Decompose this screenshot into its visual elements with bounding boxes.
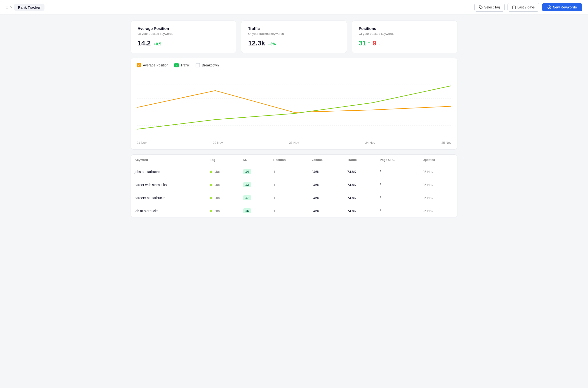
cell-url: / xyxy=(376,165,419,178)
cell-traffic: 74.8K xyxy=(343,204,376,218)
stat-card-average-position: Average Position Of your tracked keyword… xyxy=(130,21,236,53)
breadcrumb: ⌂ > Rank Tracker xyxy=(6,4,45,11)
cell-traffic: 74.8K xyxy=(343,178,376,191)
cell-kd: 16 xyxy=(239,204,270,218)
down-arrow-icon xyxy=(377,39,381,47)
x-label-4: 25 Nov xyxy=(441,141,451,145)
new-keywords-button[interactable]: New Keywords xyxy=(542,3,582,11)
tag-dot-icon xyxy=(210,197,212,199)
x-label-0: 21 Nov xyxy=(137,141,147,145)
cell-url: / xyxy=(376,191,419,204)
tag-label: jobs xyxy=(214,209,220,213)
cell-keyword: job at starbucks xyxy=(131,204,206,218)
select-tag-label: Select Tag xyxy=(484,5,500,9)
cell-position: 1 xyxy=(270,178,308,191)
cell-volume: 246K xyxy=(307,178,343,191)
stat-avg-pos-subtitle: Of your tracked keywords xyxy=(138,32,229,36)
legend-traffic[interactable]: ✓ Traffic xyxy=(174,63,190,67)
cell-traffic: 74.8K xyxy=(343,165,376,178)
cell-updated: 25 Nov xyxy=(419,178,457,191)
cell-url: / xyxy=(376,178,419,191)
cell-volume: 246K xyxy=(307,191,343,204)
page-title: Rank Tracker xyxy=(14,4,45,11)
cell-keyword: careers at starbucks xyxy=(131,191,206,204)
stat-avg-pos-title: Average Position xyxy=(138,26,229,31)
legend-traffic-label: Traffic xyxy=(180,63,190,67)
tag-icon xyxy=(479,5,483,9)
cell-tag: jobs xyxy=(206,165,239,178)
x-label-2: 23 Nov xyxy=(289,141,299,145)
table-header-row: Keyword Tag KD Position Volume Traffic P… xyxy=(131,155,457,165)
select-tag-button[interactable]: Select Tag xyxy=(474,3,505,12)
table-row: career with starbucks jobs 13 1 246K 74.… xyxy=(131,178,457,191)
chart-area xyxy=(137,71,451,139)
tag-label: jobs xyxy=(214,170,220,173)
keywords-table: Keyword Tag KD Position Volume Traffic P… xyxy=(131,155,457,217)
cell-updated: 25 Nov xyxy=(419,165,457,178)
col-kd: KD xyxy=(239,155,270,165)
last-days-label: Last 7 days xyxy=(517,5,535,9)
tag-label: jobs xyxy=(214,196,220,199)
legend-breakdown-label: Breakdown xyxy=(202,63,219,67)
col-position: Position xyxy=(270,155,308,165)
cell-volume: 246K xyxy=(307,165,343,178)
positions-up-value: 31 xyxy=(359,39,371,47)
table-card: Keyword Tag KD Position Volume Traffic P… xyxy=(130,154,458,218)
table-row: jobs at starbucks jobs 14 1 246K 74.8K /… xyxy=(131,165,457,178)
table-row: careers at starbucks jobs 17 1 246K 74.8… xyxy=(131,191,457,204)
breadcrumb-separator: > xyxy=(10,5,12,9)
chart-x-labels: 21 Nov 22 Nov 23 Nov 24 Nov 25 Nov xyxy=(137,139,451,145)
tag-label: jobs xyxy=(214,183,220,187)
main-content: Average Position Of your tracked keyword… xyxy=(125,15,463,223)
col-tag: Tag xyxy=(206,155,239,165)
cell-position: 1 xyxy=(270,165,308,178)
svg-rect-1 xyxy=(512,6,515,9)
chart-legend: ✓ Average Position ✓ Traffic Breakdown xyxy=(137,63,451,67)
positions-values-row: 31 9 xyxy=(359,39,450,47)
avg-pos-line xyxy=(137,91,451,112)
legend-avg-position[interactable]: ✓ Average Position xyxy=(137,63,169,67)
cell-kd: 13 xyxy=(239,178,270,191)
stats-row: Average Position Of your tracked keyword… xyxy=(130,21,458,53)
stat-traffic-value: 12.3k xyxy=(248,39,265,47)
stat-traffic-title: Traffic xyxy=(248,26,340,31)
home-icon[interactable]: ⌂ xyxy=(6,5,8,9)
traffic-line xyxy=(137,86,451,129)
avg-pos-checkbox: ✓ xyxy=(137,63,141,67)
stat-traffic-change: +3% xyxy=(268,42,276,46)
kd-badge: 13 xyxy=(243,182,251,187)
tag-dot-icon xyxy=(210,210,212,212)
header-actions: Select Tag Last 7 days New Keywords xyxy=(474,3,582,12)
stat-card-traffic: Traffic Of your tracked keywords 12.3k +… xyxy=(241,21,347,53)
cell-position: 1 xyxy=(270,204,308,218)
cell-position: 1 xyxy=(270,191,308,204)
x-label-1: 22 Nov xyxy=(213,141,223,145)
cell-updated: 25 Nov xyxy=(419,191,457,204)
up-arrow-icon xyxy=(367,39,371,47)
col-keyword: Keyword xyxy=(131,155,206,165)
col-traffic: Traffic xyxy=(343,155,376,165)
tag-dot-icon xyxy=(210,184,212,186)
cell-tag: jobs xyxy=(206,191,239,204)
col-updated: Updated xyxy=(419,155,457,165)
table-row: job at starbucks jobs 16 1 246K 74.8K / … xyxy=(131,204,457,218)
calendar-icon xyxy=(512,5,516,9)
header: ⌂ > Rank Tracker Select Tag Last 7 days xyxy=(0,0,588,15)
chart-card: ✓ Average Position ✓ Traffic Breakdown xyxy=(130,58,458,149)
stat-positions-title: Positions xyxy=(359,26,450,31)
positions-down-value: 9 xyxy=(373,39,381,47)
table-body: jobs at starbucks jobs 14 1 246K 74.8K /… xyxy=(131,165,457,218)
legend-breakdown[interactable]: Breakdown xyxy=(196,63,219,67)
col-volume: Volume xyxy=(307,155,343,165)
stat-card-positions: Positions Of your tracked keywords 31 9 xyxy=(352,21,458,53)
x-label-3: 24 Nov xyxy=(365,141,375,145)
cell-kd: 14 xyxy=(239,165,270,178)
cell-updated: 25 Nov xyxy=(419,204,457,218)
legend-avg-pos-label: Average Position xyxy=(143,63,169,67)
col-page-url: Page URL xyxy=(376,155,419,165)
cell-url: / xyxy=(376,204,419,218)
cell-tag: jobs xyxy=(206,178,239,191)
stat-avg-pos-value: 14.2 xyxy=(138,39,151,47)
last-days-button[interactable]: Last 7 days xyxy=(508,3,539,12)
cell-tag: jobs xyxy=(206,204,239,218)
